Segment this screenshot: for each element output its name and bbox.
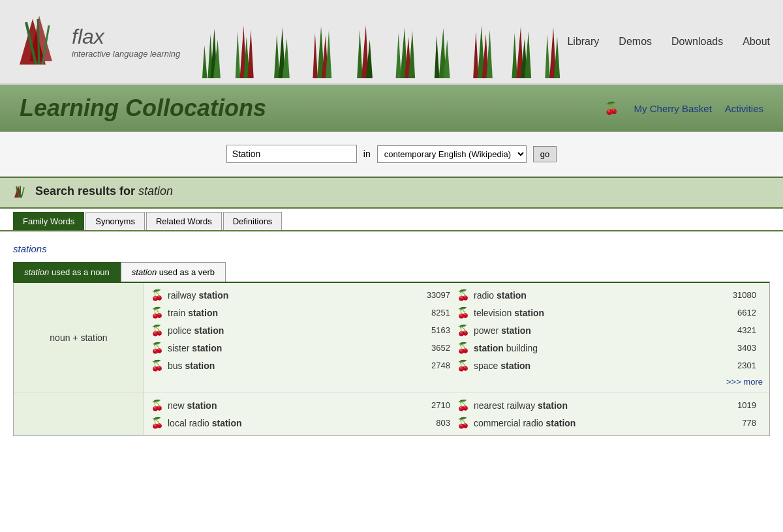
cherry-icon: 🍒 [151, 306, 164, 319]
tab-definitions[interactable]: Definitions [223, 212, 283, 230]
colloc-text: railway station [168, 290, 410, 301]
tabs-area: Family Words Synonyms Related Words Defi… [0, 212, 783, 231]
cherry-icon: 🍒 [457, 399, 470, 411]
nav-demos[interactable]: Demos [619, 36, 652, 48]
results-table: noun + station 🍒 railway station 33097 🍒… [13, 282, 770, 436]
language-select[interactable]: contemporary English (Wikipedia) [377, 145, 527, 163]
nav-downloads[interactable]: Downloads [671, 36, 723, 48]
usage-tab-verb[interactable]: station used as a verb [121, 262, 226, 282]
flax-logo-svg [13, 12, 65, 71]
usage-tabs: station used as a noun station used as a… [13, 262, 770, 282]
svg-marker-30 [473, 31, 478, 78]
nav-library[interactable]: Library [567, 36, 599, 48]
header: flax interactive language learning [0, 0, 783, 85]
svg-marker-20 [357, 29, 362, 78]
cherry-icon: 🍒 [151, 324, 164, 336]
colloc-text: television station [474, 308, 716, 318]
col-right: 🍒 nearest railway station 1019 [457, 399, 763, 411]
noun-station-section: noun + station 🍒 railway station 33097 🍒… [14, 283, 769, 393]
banner-title: Learning Collocations [20, 95, 266, 122]
svg-marker-16 [313, 33, 318, 78]
colloc-text: radio station [474, 290, 716, 301]
colloc-text: new station [168, 400, 410, 411]
colloc-count: 4321 [720, 325, 756, 335]
section-label-noun-station: noun + station [14, 283, 144, 392]
logo-text-area: flax interactive language learning [72, 25, 180, 59]
cherry-basket-link[interactable]: My Cherry Basket [634, 103, 712, 114]
svg-marker-8 [202, 45, 207, 78]
cherry-icon: 🍒 [151, 417, 164, 429]
colloc-count: 3403 [720, 343, 756, 353]
table-row: 🍒 train station 8251 🍒 television statio… [144, 304, 769, 321]
usage-tab-noun[interactable]: station used as a noun [13, 262, 121, 282]
colloc-count: 5163 [414, 325, 450, 335]
col-right: 🍒 commercial radio station 778 [457, 417, 763, 429]
cherry-icon: 🍒 [151, 399, 164, 411]
results-search-term: station [138, 185, 173, 198]
col-right: 🍒 television station 6612 [457, 306, 763, 319]
tab-family-words[interactable]: Family Words [13, 212, 84, 230]
colloc-count: 31080 [720, 290, 756, 300]
colloc-text: nearest railway station [474, 400, 716, 411]
stations-family-link[interactable]: stations [13, 243, 770, 254]
cherry-icon: 🍒 [151, 342, 164, 354]
colloc-text: sister station [168, 343, 410, 353]
logo-flax-text: flax [72, 25, 180, 49]
colloc-count: 3652 [414, 343, 450, 353]
table-row: 🍒 bus station 2748 🍒 space station 2301 [144, 357, 769, 374]
activities-link[interactable]: Activities [725, 103, 763, 114]
search-input[interactable] [226, 145, 357, 163]
colloc-count: 8251 [414, 308, 450, 318]
tab-related-words[interactable]: Related Words [146, 212, 222, 230]
col-left: 🍒 train station 8251 [151, 306, 457, 319]
colloc-count: 803 [414, 418, 450, 428]
table-row: 🍒 sister station 3652 🍒 station building… [144, 339, 769, 357]
adjective-station-section: 🍒 new station 2710 🍒 nearest railway sta… [14, 393, 769, 436]
logo-tagline-text: interactive language learning [72, 49, 180, 59]
svg-marker-12 [248, 29, 254, 78]
section-data-adj: 🍒 new station 2710 🍒 nearest railway sta… [144, 393, 769, 435]
table-row: 🍒 new station 2710 🍒 nearest railway sta… [144, 396, 769, 414]
col-left: 🍒 new station 2710 [151, 399, 457, 411]
colloc-count: 1019 [720, 400, 756, 410]
col-left: 🍒 police station 5163 [151, 324, 457, 336]
banner-actions: 🍒 My Cherry Basket Activities [604, 101, 763, 115]
svg-marker-23 [396, 33, 401, 78]
more-link[interactable]: >>> more [726, 377, 763, 387]
svg-marker-38 [545, 34, 551, 78]
cherry-basket-icon: 🍒 [604, 101, 619, 115]
content-area: stations station used as a noun station … [0, 231, 783, 443]
col-right: 🍒 space station 2301 [457, 359, 763, 372]
colloc-count: 778 [720, 418, 756, 428]
colloc-count: 33097 [414, 290, 450, 300]
svg-marker-9 [236, 31, 241, 78]
colloc-count: 6612 [720, 308, 756, 318]
svg-line-44 [22, 187, 24, 198]
colloc-text: bus station [168, 361, 410, 371]
nav-about[interactable]: About [743, 36, 770, 48]
tab-synonyms[interactable]: Synonyms [85, 212, 145, 230]
table-row: 🍒 police station 5163 🍒 power station 43… [144, 321, 769, 339]
colloc-text: power station [474, 325, 716, 336]
col-right: 🍒 power station 4321 [457, 324, 763, 336]
colloc-text: commercial radio station [474, 418, 716, 428]
cherry-icon: 🍒 [457, 289, 470, 301]
cherry-icon: 🍒 [151, 359, 164, 372]
colloc-text: space station [474, 361, 716, 371]
colloc-count: 2301 [720, 361, 756, 370]
cherry-icon: 🍒 [457, 306, 470, 319]
section-data-noun-station: 🍒 railway station 33097 🍒 radio station … [144, 283, 769, 392]
flax-logo-small-icon [13, 185, 27, 201]
svg-marker-33 [487, 29, 493, 78]
header-grass-decoration [180, 5, 567, 78]
cherry-icon: 🍒 [457, 342, 470, 354]
search-area: in contemporary English (Wikipedia) go [0, 132, 783, 177]
green-banner: Learning Collocations 🍒 My Cherry Basket… [0, 85, 783, 132]
col-right: 🍒 station building 3403 [457, 342, 763, 354]
col-left: 🍒 sister station 3652 [151, 342, 457, 354]
results-title: Search results for station [35, 185, 173, 198]
table-row: 🍒 railway station 33097 🍒 radio station … [144, 286, 769, 304]
more-link-row: >>> more [144, 374, 769, 389]
go-button[interactable]: go [533, 146, 557, 162]
col-left: 🍒 local radio station 803 [151, 417, 457, 429]
